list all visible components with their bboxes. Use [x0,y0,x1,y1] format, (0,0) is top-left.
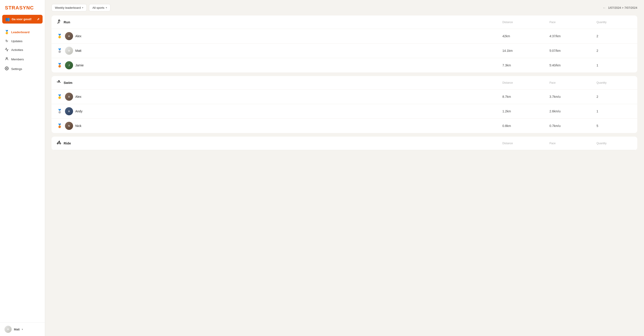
svg-point-6 [59,141,60,142]
medal-gold-icon: 🥇 [56,94,63,99]
athlete-pace: 3.7km/u [550,95,594,99]
settings-icon [4,66,9,72]
medal-silver-icon: 🥈 [56,109,63,114]
period-filter[interactable]: Weekly leaderboard ▾ [52,4,87,12]
athlete-name: Alex [75,34,500,38]
table-row: 🥈 M Matt 14.1km 5:07/km 2 [52,44,637,58]
sport-section-header: Swim Distance Pace Quantity [52,76,637,90]
athlete-pace: 5:40/km [550,64,594,67]
cta-share-icon: ⇗ [37,18,40,21]
period-filter-label: Weekly leaderboard [55,6,81,10]
members-icon [4,57,9,62]
run-icon [56,19,62,25]
athlete-pace: 0.7km/u [550,124,594,128]
svg-point-2 [59,20,60,21]
prev-arrow-icon[interactable]: ← [603,6,606,10]
col-quantity-header: Quantity [596,142,632,145]
athlete-pace: 4:37/km [550,34,594,38]
sport-filter-label: All sports [92,6,104,10]
activities-icon [4,48,9,52]
athlete-pace: 2.6km/u [550,110,594,113]
athlete-name: Andy [75,110,500,113]
sidebar-nav: 🥇 Leaderboard ↻ Updates Activities Membe… [0,26,45,322]
chevron-down-icon: ▾ [22,328,23,331]
table-row: 🥉 J Jamie 7.3km 5:40/km 1 [52,58,637,73]
athlete-name: Nick [75,124,500,128]
athlete-quantity: 1 [596,64,632,67]
date-range: ← 1/07/2024 > 7/07/2024 [603,6,637,10]
chevron-down-icon: ▾ [82,6,83,9]
sport-section-header: Ride Distance Pace Quantity [52,137,637,150]
leaderboard-content: Run Distance Pace Quantity 🥇 A Alex 42km… [45,16,644,160]
athlete-distance: 14.1km [502,49,547,53]
table-row: 🥇 A Alex 42km 4:37/km 2 [52,29,637,44]
sport-name: Swim [64,81,500,85]
table-row: 🥉 N Nick 0.8km 0.7km/u 5 [52,119,637,133]
athlete-name: Jamie [75,64,500,67]
sidebar-item-members[interactable]: Members [0,55,45,64]
sidebar-item-updates[interactable]: ↻ Updates [0,37,45,45]
avatar: M [65,47,73,55]
sidebar-item-label: Leaderboard [11,31,30,34]
sidebar-item-leaderboard[interactable]: 🥇 Leaderboard [0,28,45,37]
col-pace-header: Pace [550,21,594,24]
athlete-quantity: 1 [596,110,632,113]
sport-section-swim: Swim Distance Pace Quantity 🥇 A Alex 8.7… [52,76,637,133]
main-content: Weekly leaderboard ▾ All sports ▾ ← 1/07… [45,0,644,336]
athlete-distance: 8.7km [502,95,547,99]
sport-filter[interactable]: All sports ▾ [89,4,110,12]
medal-bronze-icon: 🥉 [56,63,63,68]
col-pace-header: Pace [550,81,594,84]
chevron-down-icon: ▾ [106,6,107,9]
athlete-distance: 42km [502,34,547,38]
cta-button[interactable]: 👥 Ga voor goud! ⇗ [2,15,42,24]
avatar: J [65,61,73,69]
athlete-pace: 5:07/km [550,49,594,53]
avatar: A [65,93,73,101]
user-profile[interactable]: M Matt ▾ [0,322,45,336]
col-distance-header: Distance [502,81,547,84]
avatar: N [65,122,73,130]
sport-section-ride: Ride Distance Pace Quantity [52,137,637,150]
athlete-distance: 0.8km [502,124,547,128]
table-row: 🥈 A Andy 1.2km 2.6km/u 1 [52,104,637,119]
col-quantity-header: Quantity [596,81,632,84]
col-quantity-header: Quantity [596,21,632,24]
svg-point-1 [6,68,8,69]
user-name: Matt [14,328,20,331]
athlete-quantity: 5 [596,124,632,128]
cta-label: Ga voor goud! [12,18,32,21]
svg-point-0 [6,58,8,59]
sport-name: Run [64,20,500,24]
athlete-quantity: 2 [596,34,632,38]
sidebar-item-label: Members [11,58,24,61]
ride-icon [56,140,62,146]
medal-gold-icon: 🥇 [56,34,63,39]
athlete-distance: 1.2km [502,110,547,113]
avatar: A [65,32,73,40]
leaderboard-icon: 🥇 [4,30,9,35]
athlete-quantity: 2 [596,95,632,99]
logo: STRASYNC [0,0,45,15]
medal-bronze-icon: 🥉 [56,123,63,128]
col-distance-header: Distance [502,142,547,145]
avatar: A [65,107,73,115]
date-range-text: 1/07/2024 > 7/07/2024 [608,6,637,10]
athlete-distance: 7.3km [502,64,547,67]
sport-section-run: Run Distance Pace Quantity 🥇 A Alex 42km… [52,16,637,73]
sidebar-item-label: Activities [11,48,23,52]
sidebar-item-activities[interactable]: Activities [0,45,45,55]
sidebar-item-label: Updates [11,40,22,43]
col-distance-header: Distance [502,21,547,24]
medal-silver-icon: 🥈 [56,48,63,53]
updates-icon: ↻ [4,39,9,43]
athlete-name: Matt [75,49,500,53]
col-pace-header: Pace [550,142,594,145]
swim-icon [56,80,62,86]
avatar: M [4,326,12,333]
table-row: 🥇 A Alex 8.7km 3.7km/u 2 [52,90,637,104]
cta-icon: 👥 [6,17,10,21]
sidebar-item-settings[interactable]: Settings [0,64,45,74]
sport-section-header: Run Distance Pace Quantity [52,16,637,29]
sidebar-item-label: Settings [11,67,22,71]
